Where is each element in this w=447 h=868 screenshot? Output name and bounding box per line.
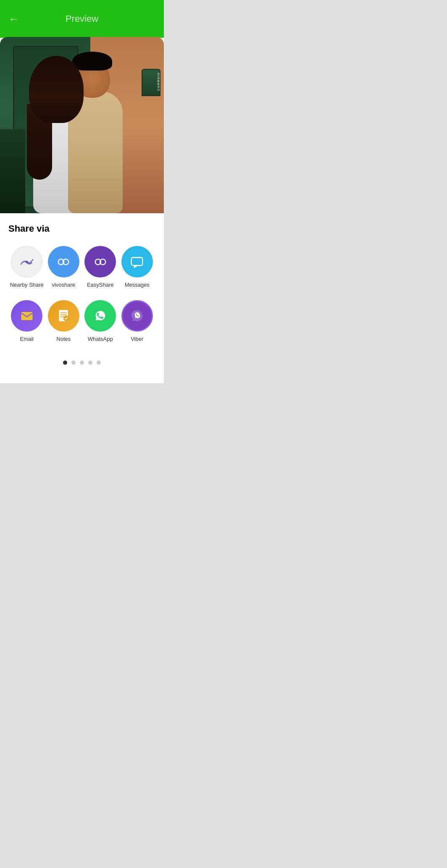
- dot-4[interactable]: [88, 361, 92, 365]
- back-button[interactable]: ←: [8, 13, 19, 26]
- share-item-easyshare[interactable]: EasyShare: [82, 246, 118, 288]
- pagination-dots: [8, 354, 155, 375]
- viber-icon: [121, 300, 153, 332]
- whatsapp-label: WhatsApp: [88, 336, 113, 342]
- share-item-email[interactable]: Email: [9, 300, 45, 342]
- woman-hair: [29, 56, 84, 123]
- share-item-viber[interactable]: Viber: [119, 300, 155, 342]
- vivoshare-icon: [48, 246, 79, 277]
- share-item-notes[interactable]: Notes: [46, 300, 82, 342]
- share-item-messages[interactable]: Messages: [119, 246, 155, 288]
- svg-point-0: [26, 261, 28, 263]
- whatsapp-icon: [84, 300, 116, 332]
- nearby-share-label: Nearby Share: [10, 282, 44, 288]
- email-label: Email: [20, 336, 34, 342]
- dot-2[interactable]: [71, 361, 76, 365]
- easyshare-label: EasyShare: [87, 282, 114, 288]
- notes-icon: [48, 300, 79, 332]
- email-icon: [11, 300, 42, 332]
- preview-image-section: CORREIO: [0, 37, 164, 213]
- svg-rect-6: [21, 312, 33, 321]
- dot-5[interactable]: [97, 361, 101, 365]
- viber-label: Viber: [131, 336, 143, 342]
- share-title: Share via: [8, 223, 155, 234]
- page-title: Preview: [66, 13, 98, 24]
- share-row-1: Nearby Share vivoshare: [8, 246, 155, 288]
- nearby-share-icon: [11, 246, 42, 277]
- share-row-2: Email Notes: [8, 300, 155, 342]
- man-hair: [72, 52, 112, 71]
- messages-icon: [121, 246, 153, 277]
- mailbox-label: CORREIO: [157, 72, 160, 91]
- messages-label: Messages: [125, 282, 150, 288]
- app-container: ← Preview CORREIO: [0, 0, 164, 383]
- dot-3[interactable]: [80, 361, 84, 365]
- share-item-nearby[interactable]: Nearby Share: [9, 246, 45, 288]
- vivoshare-label: vivoshare: [52, 282, 75, 288]
- plant-left: [0, 129, 25, 213]
- share-item-vivoshare[interactable]: vivoshare: [46, 246, 82, 288]
- share-item-whatsapp[interactable]: WhatsApp: [82, 300, 118, 342]
- notes-label: Notes: [56, 336, 71, 342]
- header: ← Preview: [0, 0, 164, 38]
- svg-rect-5: [131, 257, 143, 265]
- share-sheet: Share via Nearby Share: [0, 213, 164, 383]
- dot-1[interactable]: [63, 361, 67, 365]
- easyshare-icon: [84, 246, 116, 277]
- couple-scene: CORREIO: [0, 37, 164, 213]
